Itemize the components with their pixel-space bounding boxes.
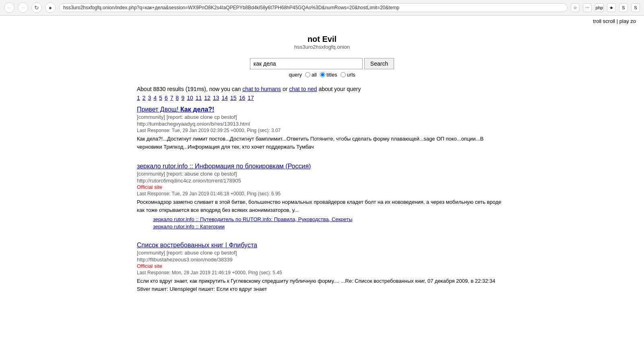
result-url-link[interactable]: http://flibustahezeous3.onion/node/38339 (137, 257, 233, 263)
chat-humans-link[interactable]: chat to humans (242, 86, 281, 92)
page-11[interactable]: 11 (196, 95, 202, 101)
troll-scroll-link[interactable]: troll scroll (593, 18, 615, 24)
page-3[interactable]: 3 (148, 95, 151, 101)
chat-ned-link[interactable]: chat to ned (289, 86, 317, 92)
result-meta-text: [community] [report: abuse clone cp best… (137, 250, 237, 256)
result-title-link[interactable]: зеркало rutor.info :: Информация по блок… (137, 163, 311, 170)
all-radio-label[interactable]: all (305, 72, 317, 78)
star-icon[interactable]: ★ (607, 3, 616, 12)
page-9[interactable]: 9 (181, 95, 184, 101)
result-sublinks: зеркало rutor.info :: Путеводитель по RU… (153, 216, 507, 230)
home-button[interactable]: ● (45, 2, 56, 13)
page-4[interactable]: 4 (153, 95, 157, 101)
page-7[interactable]: 7 (170, 95, 173, 101)
address-bar[interactable]: hss3uro2hsxfogfq.onion/index.php?q=как+д… (59, 3, 568, 12)
result-url: http://tumbachegvyaadyq.onion/b/res/1391… (137, 121, 507, 127)
result-url: http://flibustahezeous3.onion/node/38339 (137, 257, 507, 263)
page-16[interactable]: 16 (239, 95, 246, 101)
results-summary-suffix: about your query (317, 86, 361, 92)
back-button[interactable]: ← (4, 2, 14, 13)
titles-radio[interactable] (320, 72, 325, 77)
result-url-link[interactable]: http://rutorc6mqdinc4cz.onion/torrent/17… (137, 178, 241, 184)
result-item: Привет Двощ! Как дела?! [community] [rep… (137, 106, 507, 151)
result-item: Список востребованных книг | Флибуста [c… (137, 242, 507, 293)
result-meta: [community] [report: abuse clone cp best… (137, 250, 507, 256)
search-area: Search query all titles urls (137, 58, 507, 78)
bookmark-icon[interactable]: ☆ (571, 3, 580, 12)
all-radio[interactable] (305, 72, 310, 77)
results-summary-prefix: About 8830 results (191ms), now you can (137, 86, 242, 92)
page-13[interactable]: 13 (213, 95, 219, 101)
search-options: query all titles urls (137, 72, 507, 78)
result-official: Official site (137, 263, 507, 269)
forward-button[interactable]: → (18, 2, 28, 13)
result-title-bold: Как дела?! (180, 106, 215, 113)
page-15[interactable]: 15 (230, 95, 237, 101)
result-title-plain: Привет Двощ! (137, 106, 180, 113)
result-item: зеркало rutor.info :: Информация по блок… (137, 163, 507, 230)
search-form: Search (250, 58, 394, 69)
site-title: not Evil (137, 35, 507, 44)
site-header: not Evil hss3uro2hsxfogfq.onion (137, 35, 507, 50)
result-url-link[interactable]: http://tumbachegvyaadyq.onion/b/res/1391… (137, 121, 250, 127)
pipe-separator: | (617, 18, 619, 24)
all-label: all (312, 72, 317, 78)
result-url: http://rutorc6mqdinc4cz.onion/torrent/17… (137, 178, 507, 184)
search-input[interactable] (250, 58, 363, 69)
top-right-area: troll scroll | play zo (0, 16, 644, 27)
page-17[interactable]: 17 (248, 95, 254, 101)
profile-icon-2[interactable]: S (631, 3, 640, 12)
result-ping: Last Response: Tue, 29 Jan 2019 02:39:25… (137, 128, 507, 133)
result-meta-text: [community] [report: abuse clone cp best… (137, 114, 237, 120)
pagination: 1 2 3 4 5 6 7 8 9 10 11 12 13 14 15 16 1… (137, 95, 507, 101)
urls-radio-label[interactable]: urls (341, 72, 355, 78)
titles-label: titles (326, 72, 337, 78)
urls-radio[interactable] (341, 72, 346, 77)
page-10[interactable]: 10 (187, 95, 193, 101)
result-title-link[interactable]: Список востребованных книг | Флибуста (137, 242, 257, 249)
page-2[interactable]: 2 (142, 95, 146, 101)
page-5[interactable]: 5 (159, 95, 162, 101)
titles-radio-label[interactable]: titles (320, 72, 337, 78)
results-info: About 8830 results (191ms), now you can … (137, 86, 507, 101)
result-meta: [community] [report: abuse clone cp best… (137, 114, 507, 120)
play-zo-link[interactable]: play zo (619, 18, 636, 24)
result-title: Привет Двощ! Как дела?! (137, 106, 507, 113)
result-title: зеркало rutor.info :: Информация по блок… (137, 163, 507, 170)
page-content: not Evil hss3uro2hsxfogfq.onion Search q… (121, 27, 523, 313)
result-snippet: Роскомнадзор заметно сливает в этой битв… (137, 198, 507, 214)
page-1[interactable]: 1 (137, 95, 140, 101)
php-badge: php (595, 3, 604, 12)
result-sublink-0[interactable]: зеркало rutor.info :: Путеводитель по RU… (153, 216, 507, 222)
result-snippet: Если кто вдруг знает, как прикрутить к Г… (137, 277, 507, 293)
search-button[interactable]: Search (364, 58, 394, 69)
result-sublink-1[interactable]: зеркало rutor.info :: Категории (153, 224, 507, 230)
page-14[interactable]: 14 (221, 95, 228, 101)
menu-icon[interactable]: ⋯ (583, 3, 592, 12)
result-snippet: Как дела?!...Достигнут лимит постов...До… (137, 135, 507, 151)
page-6[interactable]: 6 (165, 95, 168, 101)
browser-chrome: ← → ↻ ● hss3uro2hsxfogfq.onion/index.php… (0, 0, 644, 16)
page-8[interactable]: 8 (176, 95, 179, 101)
result-meta-text: [community] [report: abuse clone cp best… (137, 171, 237, 177)
query-label: query (289, 72, 302, 78)
results-summary-middle: or (281, 86, 289, 92)
site-url: hss3uro2hsxfogfq.onion (137, 44, 507, 50)
profile-icon[interactable]: S (619, 3, 628, 12)
result-ping: Last Response: Mon, 28 Jan 2019 21:46:19… (137, 270, 507, 275)
reload-button[interactable]: ↻ (31, 2, 42, 13)
result-meta: [community] [report: abuse clone cp best… (137, 171, 507, 177)
page-12[interactable]: 12 (204, 95, 211, 101)
result-official: Official site (137, 184, 507, 190)
result-title-link[interactable]: Привет Двощ! Как дела?! (137, 106, 214, 113)
result-ping: Last Response: Tue, 29 Jan 2019 01:46:18… (137, 191, 507, 197)
result-title: Список востребованных книг | Флибуста (137, 242, 507, 249)
urls-label: urls (347, 72, 355, 78)
